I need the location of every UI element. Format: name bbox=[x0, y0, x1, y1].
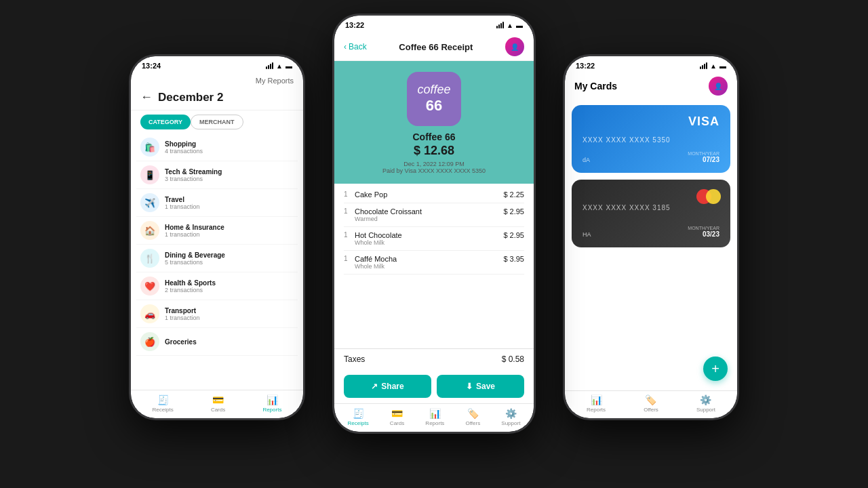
signal-icon bbox=[496, 22, 504, 28]
visa-holder: dA bbox=[583, 157, 590, 163]
category-name: Tech & Streaming bbox=[165, 168, 294, 176]
back-label: Back bbox=[349, 42, 367, 52]
category-sub: 1 transaction bbox=[165, 314, 294, 321]
category-sub: 5 transactions bbox=[165, 259, 294, 266]
center-nav-support[interactable]: ⚙️ Support bbox=[501, 408, 520, 426]
add-card-button[interactable]: + bbox=[703, 357, 728, 381]
nav-label: Cards bbox=[390, 420, 404, 426]
left-phone: 13:24 ▲ ▬ My Reports ← December 2 bbox=[129, 54, 305, 420]
wifi-icon: ▲ bbox=[507, 22, 513, 29]
nav-item-cards[interactable]: 💳 Cards bbox=[211, 394, 225, 413]
nav-label: Receipts bbox=[153, 407, 174, 413]
nav-icon: 💳 bbox=[212, 394, 224, 405]
center-nav-receipts[interactable]: 🧾 Receipts bbox=[348, 408, 369, 426]
visa-number: XXXX XXXX XXXX 5350 bbox=[583, 136, 719, 144]
center-phone: 13:22 ▲ ▬ ‹ Back Coffee 66 Receipt 👤 bbox=[332, 14, 536, 434]
center-nav-offers[interactable]: 🏷️ Offers bbox=[466, 408, 481, 426]
category-info: Dining & Beverage 5 transactions bbox=[165, 251, 294, 266]
avatar-img: 👤 bbox=[714, 83, 722, 90]
back-chevron-icon: ‹ bbox=[344, 42, 347, 52]
category-list: 🛍️ Shopping 4 transactions 📱 Tech & Stre… bbox=[131, 134, 303, 390]
category-name: Groceries bbox=[165, 338, 294, 346]
right-nav-offers[interactable]: 🏷️ Offers bbox=[644, 394, 658, 413]
category-name: Home & Insurance bbox=[165, 224, 294, 231]
category-item[interactable]: 🍎 Groceries bbox=[136, 328, 298, 356]
right-nav-support[interactable]: ⚙️ Support bbox=[696, 394, 715, 413]
tab-merchant[interactable]: MERCHANT bbox=[191, 115, 243, 129]
right-phone: 13:22 ▲ ▬ My Cards 👤 bbox=[563, 54, 739, 420]
receipt-item-left: 1 Cake Pop bbox=[344, 190, 503, 199]
visa-card[interactable]: VISA XXXX XXXX XXXX 5350 dA MONTH/YEAR 0… bbox=[572, 105, 730, 173]
category-item[interactable]: 🛍️ Shopping 4 transactions bbox=[136, 134, 298, 161]
share-button[interactable]: ↗ Share bbox=[344, 375, 431, 398]
merchant-name: Coffee 66 bbox=[412, 131, 455, 142]
center-header: ‹ Back Coffee 66 Receipt 👤 bbox=[334, 32, 534, 61]
center-nav-cards[interactable]: 💳 Cards bbox=[390, 408, 404, 426]
center-status-bar: 13:22 ▲ ▬ bbox=[334, 16, 534, 32]
item-price: $ 2.25 bbox=[503, 190, 524, 199]
receipt-item: 1 Hot Chocolate Whole Milk $ 2.95 bbox=[344, 227, 524, 251]
left-status-icons: ▲ ▬ bbox=[266, 62, 292, 70]
category-item[interactable]: 🏠 Home & Insurance 1 transaction bbox=[136, 217, 298, 245]
nav-label: Reports bbox=[262, 407, 281, 413]
category-name: Health & Sports bbox=[165, 279, 294, 287]
signal-icon bbox=[700, 62, 707, 69]
merchant-payment: Paid by Visa XXXX XXXX XXXX 5350 bbox=[382, 167, 486, 174]
category-item[interactable]: 🚗 Transport 1 transaction bbox=[136, 300, 298, 328]
category-item[interactable]: 🍴 Dining & Beverage 5 transactions bbox=[136, 245, 298, 272]
item-qty: 1 bbox=[344, 255, 351, 270]
left-nav: ← December 2 bbox=[140, 87, 294, 107]
category-icon: 🚗 bbox=[140, 304, 159, 323]
item-price: $ 2.95 bbox=[503, 231, 524, 239]
item-info: Chocolate Croissant Warmed bbox=[355, 207, 503, 222]
mc-circle-yellow-icon bbox=[706, 189, 721, 204]
item-sub: Warmed bbox=[355, 216, 503, 222]
center-nav-reports[interactable]: 📊 Reports bbox=[425, 408, 444, 426]
save-button[interactable]: ⬇ Save bbox=[437, 375, 524, 398]
category-item[interactable]: 📱 Tech & Streaming 3 transactions bbox=[136, 161, 298, 189]
nav-item-reports[interactable]: 📊 Reports bbox=[262, 394, 281, 413]
mastercard[interactable]: XXXX XXXX XXXX 3185 HA MONTH/YEAR 03/23 bbox=[572, 180, 730, 247]
item-price: $ 2.95 bbox=[503, 207, 524, 216]
nav-icon: ⚙️ bbox=[700, 394, 711, 405]
receipt-item: 1 Chocolate Croissant Warmed $ 2.95 bbox=[344, 203, 524, 227]
merchant-logo-text: coffee bbox=[417, 83, 450, 97]
mc-expiry-block: MONTH/YEAR 03/23 bbox=[688, 226, 719, 238]
category-icon: 🛍️ bbox=[140, 138, 159, 157]
back-arrow-icon[interactable]: ← bbox=[140, 90, 153, 104]
left-header: My Reports ← December 2 bbox=[131, 73, 303, 110]
merchant-amount: $ 12.68 bbox=[414, 144, 454, 158]
nav-label: Support bbox=[696, 407, 715, 413]
nav-label: Offers bbox=[466, 420, 481, 426]
category-info: Travel 1 transaction bbox=[165, 196, 294, 210]
wifi-icon: ▲ bbox=[710, 62, 717, 70]
center-status-icons: ▲ ▬ bbox=[496, 22, 523, 29]
signal-icon bbox=[266, 62, 273, 69]
cards-container: VISA XXXX XXXX XXXX 5350 dA MONTH/YEAR 0… bbox=[565, 101, 737, 390]
mc-number: XXXX XXXX XXXX 3185 bbox=[583, 204, 719, 211]
item-price: $ 3.95 bbox=[503, 255, 524, 263]
share-icon: ↗ bbox=[371, 382, 378, 391]
center-time: 13:22 bbox=[345, 21, 364, 29]
center-title: Coffee 66 Receipt bbox=[399, 42, 473, 52]
category-info: Shopping 4 transactions bbox=[165, 140, 294, 155]
category-icon: 📱 bbox=[140, 165, 159, 184]
category-item[interactable]: ❤️ Health & Sports 2 transactions bbox=[136, 272, 298, 300]
nav-label: Reports bbox=[587, 407, 606, 413]
nav-item-receipts[interactable]: 🧾 Receipts bbox=[153, 394, 174, 413]
back-button[interactable]: ‹ Back bbox=[344, 42, 367, 52]
category-item[interactable]: ✈️ Travel 1 transaction bbox=[136, 189, 298, 217]
tab-category[interactable]: CATEGORY bbox=[140, 115, 191, 129]
nav-icon: 🏷️ bbox=[645, 394, 656, 405]
mc-logo bbox=[696, 189, 721, 204]
center-bottom-nav: 🧾 Receipts 💳 Cards 📊 Reports 🏷️ Offers ⚙… bbox=[334, 403, 534, 432]
category-icon: 🍎 bbox=[140, 332, 159, 351]
avatar: 👤 bbox=[505, 37, 524, 56]
right-nav-reports[interactable]: 📊 Reports bbox=[587, 394, 606, 413]
battery-icon: ▬ bbox=[719, 62, 726, 70]
left-status-bar: 13:24 ▲ ▬ bbox=[131, 56, 303, 73]
item-name: Caffé Mocha bbox=[355, 255, 503, 263]
item-sub: Whole Milk bbox=[355, 263, 503, 270]
nav-icon: 💳 bbox=[391, 408, 403, 419]
visa-expiry-label: MONTH/YEAR bbox=[688, 151, 719, 156]
